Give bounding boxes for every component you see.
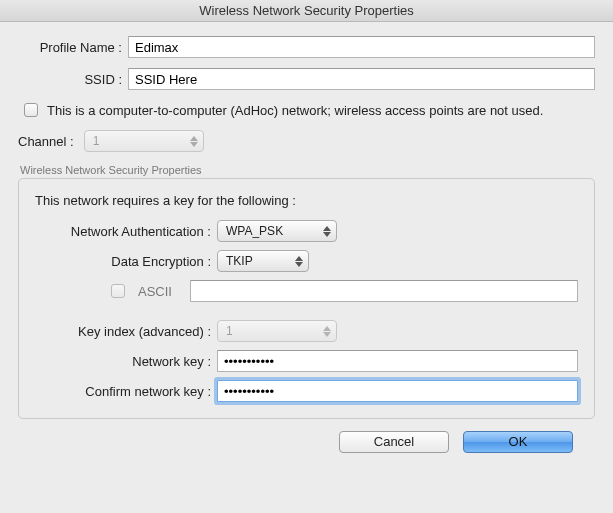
group-note: This network requires a key for the foll… (35, 193, 578, 208)
svg-marker-6 (323, 326, 331, 331)
keyindex-select: 1 (218, 321, 255, 341)
ssid-label: SSID : (18, 72, 128, 87)
svg-marker-2 (323, 226, 331, 231)
cancel-button[interactable]: Cancel (339, 431, 449, 453)
content-area: Profile Name : SSID : This is a computer… (0, 22, 613, 463)
group-legend: Wireless Network Security Properties (18, 164, 595, 176)
svg-marker-7 (323, 332, 331, 337)
svg-marker-1 (190, 142, 198, 147)
encryption-select[interactable]: TKIP (218, 251, 275, 271)
network-key-input[interactable] (217, 350, 578, 372)
auth-select[interactable]: WPA_PSK (218, 221, 306, 241)
auth-label: Network Authentication : (35, 224, 217, 239)
window-title: Wireless Network Security Properties (0, 0, 613, 22)
adhoc-label: This is a computer-to-computer (AdHoc) n… (47, 103, 543, 118)
confirm-key-input[interactable] (217, 380, 578, 402)
ascii-checkbox (111, 284, 125, 298)
ascii-label: ASCII (138, 284, 172, 299)
ascii-input (190, 280, 578, 302)
svg-marker-3 (323, 232, 331, 237)
network-key-label: Network key : (35, 354, 217, 369)
svg-marker-4 (295, 256, 303, 261)
channel-select: 1 (85, 131, 122, 151)
ok-button[interactable]: OK (463, 431, 573, 453)
wireless-security-window: Wireless Network Security Properties Pro… (0, 0, 613, 513)
channel-label: Channel : (18, 134, 74, 149)
svg-marker-0 (190, 136, 198, 141)
security-group: This network requires a key for the foll… (18, 178, 595, 419)
enc-label: Data Encryption : (35, 254, 217, 269)
profile-name-label: Profile Name : (18, 40, 128, 55)
updown-icon (319, 222, 335, 240)
adhoc-checkbox[interactable] (24, 103, 38, 117)
updown-icon (291, 252, 307, 270)
confirm-key-label: Confirm network key : (35, 384, 217, 399)
svg-marker-5 (295, 262, 303, 267)
updown-icon (186, 132, 202, 150)
keyindex-label: Key index (advanced) : (35, 324, 217, 339)
updown-icon (319, 322, 335, 340)
ssid-input[interactable] (128, 68, 595, 90)
profile-name-input[interactable] (128, 36, 595, 58)
